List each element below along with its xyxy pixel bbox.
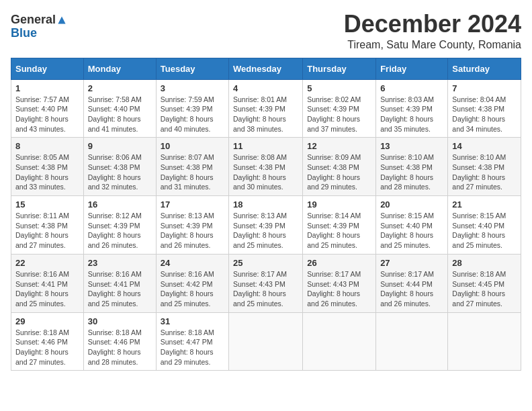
table-row: 28 Sunrise: 8:18 AMSunset: 4:45 PMDaylig…: [448, 254, 521, 312]
col-sunday: Sunday: [11, 58, 84, 79]
day-number: 9: [88, 141, 152, 151]
day-number: 28: [452, 258, 517, 268]
day-detail: Sunrise: 8:15 AMSunset: 4:40 PMDaylight:…: [452, 212, 506, 249]
logo-blue: Blue: [11, 27, 37, 40]
day-number: 24: [161, 258, 224, 268]
table-row: [448, 312, 521, 371]
table-row: 4 Sunrise: 8:01 AMSunset: 4:39 PMDayligh…: [229, 79, 303, 138]
table-row: 13 Sunrise: 8:10 AMSunset: 4:38 PMDaylig…: [376, 138, 448, 196]
calendar-week-row: 8 Sunrise: 8:05 AMSunset: 4:38 PMDayligh…: [11, 138, 521, 196]
col-friday: Friday: [376, 58, 448, 79]
logo: General Blue: [11, 13, 66, 40]
calendar-table: Sunday Monday Tuesday Wednesday Thursday…: [11, 58, 521, 371]
day-detail: Sunrise: 8:14 AMSunset: 4:39 PMDaylight:…: [307, 212, 361, 249]
calendar-week-row: 15 Sunrise: 8:11 AMSunset: 4:38 PMDaylig…: [11, 196, 521, 255]
day-detail: Sunrise: 8:13 AMSunset: 4:39 PMDaylight:…: [233, 212, 287, 249]
day-number: 20: [380, 199, 443, 210]
day-number: 7: [452, 83, 517, 93]
day-number: 25: [233, 258, 298, 268]
table-row: 27 Sunrise: 8:17 AMSunset: 4:44 PMDaylig…: [376, 254, 448, 312]
day-number: 21: [452, 199, 517, 210]
day-detail: Sunrise: 8:16 AMSunset: 4:41 PMDaylight:…: [88, 270, 142, 308]
day-number: 31: [161, 316, 224, 326]
table-row: 18 Sunrise: 8:13 AMSunset: 4:39 PMDaylig…: [229, 196, 303, 255]
logo-general: General: [11, 13, 56, 27]
day-number: 8: [15, 141, 79, 151]
day-number: 6: [380, 83, 443, 93]
table-row: [229, 312, 303, 371]
calendar-week-row: 1 Sunrise: 7:57 AMSunset: 4:40 PMDayligh…: [11, 79, 521, 138]
table-row: 11 Sunrise: 8:08 AMSunset: 4:38 PMDaylig…: [229, 138, 303, 196]
day-detail: Sunrise: 8:16 AMSunset: 4:42 PMDaylight:…: [161, 270, 214, 308]
table-row: 8 Sunrise: 8:05 AMSunset: 4:38 PMDayligh…: [11, 138, 84, 196]
calendar-week-row: 22 Sunrise: 8:16 AMSunset: 4:41 PMDaylig…: [11, 254, 521, 312]
day-detail: Sunrise: 8:06 AMSunset: 4:38 PMDaylight:…: [88, 153, 142, 191]
day-detail: Sunrise: 8:02 AMSunset: 4:39 PMDaylight:…: [307, 95, 361, 133]
day-detail: Sunrise: 8:01 AMSunset: 4:39 PMDaylight:…: [233, 95, 287, 133]
day-number: 11: [233, 141, 298, 151]
day-number: 14: [452, 141, 517, 151]
day-number: 22: [15, 258, 79, 268]
day-detail: Sunrise: 8:11 AMSunset: 4:38 PMDaylight:…: [15, 212, 69, 249]
day-detail: Sunrise: 8:17 AMSunset: 4:44 PMDaylight:…: [380, 270, 434, 308]
table-row: 15 Sunrise: 8:11 AMSunset: 4:38 PMDaylig…: [11, 196, 84, 255]
day-number: 4: [233, 83, 298, 93]
day-detail: Sunrise: 7:58 AMSunset: 4:40 PMDaylight:…: [88, 95, 142, 133]
table-row: [376, 312, 448, 371]
day-detail: Sunrise: 8:12 AMSunset: 4:39 PMDaylight:…: [88, 212, 142, 249]
day-detail: Sunrise: 8:07 AMSunset: 4:38 PMDaylight:…: [161, 153, 214, 191]
table-row: 23 Sunrise: 8:16 AMSunset: 4:41 PMDaylig…: [83, 254, 156, 312]
calendar-week-row: 29 Sunrise: 8:18 AMSunset: 4:46 PMDaylig…: [11, 312, 521, 371]
day-detail: Sunrise: 8:18 AMSunset: 4:46 PMDaylight:…: [15, 328, 69, 366]
day-detail: Sunrise: 8:09 AMSunset: 4:38 PMDaylight:…: [307, 153, 361, 191]
day-detail: Sunrise: 8:13 AMSunset: 4:39 PMDaylight:…: [161, 212, 214, 249]
day-number: 2: [88, 83, 152, 93]
day-detail: Sunrise: 8:17 AMSunset: 4:43 PMDaylight:…: [233, 270, 287, 308]
table-row: 7 Sunrise: 8:04 AMSunset: 4:38 PMDayligh…: [448, 79, 521, 138]
day-number: 27: [380, 258, 443, 268]
day-detail: Sunrise: 8:05 AMSunset: 4:38 PMDaylight:…: [15, 153, 69, 191]
day-detail: Sunrise: 8:08 AMSunset: 4:38 PMDaylight:…: [233, 153, 287, 191]
subtitle: Tiream, Satu Mare County, Romania: [344, 39, 521, 51]
col-saturday: Saturday: [448, 58, 521, 79]
table-row: 12 Sunrise: 8:09 AMSunset: 4:38 PMDaylig…: [303, 138, 376, 196]
table-row: 20 Sunrise: 8:15 AMSunset: 4:40 PMDaylig…: [376, 196, 448, 255]
day-number: 19: [307, 199, 371, 210]
day-number: 12: [307, 141, 371, 151]
day-detail: Sunrise: 8:16 AMSunset: 4:41 PMDaylight:…: [15, 270, 69, 308]
col-wednesday: Wednesday: [229, 58, 303, 79]
day-detail: Sunrise: 8:17 AMSunset: 4:43 PMDaylight:…: [307, 270, 361, 308]
svg-marker-0: [58, 16, 65, 24]
table-row: 24 Sunrise: 8:16 AMSunset: 4:42 PMDaylig…: [156, 254, 228, 312]
col-monday: Monday: [83, 58, 156, 79]
day-number: 15: [15, 199, 79, 210]
col-thursday: Thursday: [303, 58, 376, 79]
table-row: 3 Sunrise: 7:59 AMSunset: 4:39 PMDayligh…: [156, 79, 228, 138]
day-number: 13: [380, 141, 443, 151]
logo-icon: [57, 15, 66, 25]
day-detail: Sunrise: 8:18 AMSunset: 4:45 PMDaylight:…: [452, 270, 506, 308]
day-detail: Sunrise: 7:57 AMSunset: 4:40 PMDaylight:…: [15, 95, 69, 133]
table-row: 19 Sunrise: 8:14 AMSunset: 4:39 PMDaylig…: [303, 196, 376, 255]
title-section: December 2024 Tiream, Satu Mare County, …: [344, 11, 521, 51]
day-number: 5: [307, 83, 371, 93]
table-row: 10 Sunrise: 8:07 AMSunset: 4:38 PMDaylig…: [156, 138, 228, 196]
day-number: 3: [161, 83, 224, 93]
day-detail: Sunrise: 8:10 AMSunset: 4:38 PMDaylight:…: [380, 153, 434, 191]
table-row: 16 Sunrise: 8:12 AMSunset: 4:39 PMDaylig…: [83, 196, 156, 255]
table-row: 17 Sunrise: 8:13 AMSunset: 4:39 PMDaylig…: [156, 196, 228, 255]
table-row: 21 Sunrise: 8:15 AMSunset: 4:40 PMDaylig…: [448, 196, 521, 255]
day-number: 26: [307, 258, 371, 268]
day-number: 17: [161, 199, 224, 210]
day-number: 10: [161, 141, 224, 151]
day-number: 29: [15, 316, 79, 326]
day-detail: Sunrise: 7:59 AMSunset: 4:39 PMDaylight:…: [161, 95, 214, 133]
table-row: 26 Sunrise: 8:17 AMSunset: 4:43 PMDaylig…: [303, 254, 376, 312]
day-number: 16: [88, 199, 152, 210]
main-title: December 2024: [344, 11, 521, 38]
table-row: 14 Sunrise: 8:10 AMSunset: 4:38 PMDaylig…: [448, 138, 521, 196]
day-number: 23: [88, 258, 152, 268]
table-row: 9 Sunrise: 8:06 AMSunset: 4:38 PMDayligh…: [83, 138, 156, 196]
day-detail: Sunrise: 8:03 AMSunset: 4:39 PMDaylight:…: [380, 95, 434, 133]
table-row: 29 Sunrise: 8:18 AMSunset: 4:46 PMDaylig…: [11, 312, 84, 371]
